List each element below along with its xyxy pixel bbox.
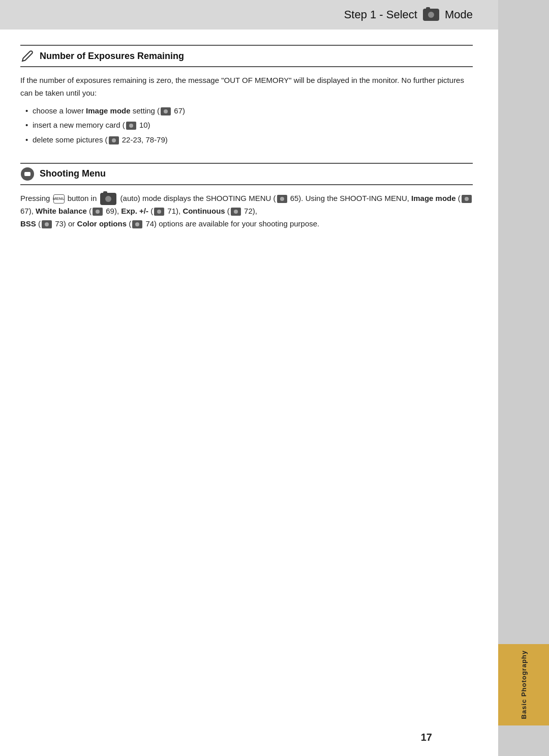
gear-icon: [21, 167, 34, 181]
ref-icon-10: [126, 122, 136, 130]
mode-label: Mode: [445, 8, 473, 21]
ref-icon-73: [42, 220, 52, 228]
ref-icon-72: [231, 208, 241, 216]
shooting-section-header: Shooting Menu: [20, 163, 473, 185]
list-item: delete some pictures ( 22-23, 78-79): [25, 133, 473, 148]
page-number: 17: [421, 732, 432, 743]
gear-camera-icon: [20, 167, 35, 181]
ref-icon-67b: [462, 195, 472, 203]
color-options-bold: Color options: [77, 219, 127, 228]
continuous-bold: Continuous: [182, 207, 225, 215]
exposures-title: Number of Exposures Remaining: [40, 51, 184, 62]
menu-button-icon: MENU: [53, 194, 65, 203]
header-bar: Step 1 - Select Mode: [0, 0, 498, 30]
exposures-section-header: Number of Exposures Remaining: [20, 45, 473, 67]
shooting-body: Pressing MENU button in (auto) mode disp…: [20, 192, 473, 230]
exposures-intro: If the number of exposures remaining is …: [20, 74, 473, 100]
ref-icon-71: [154, 208, 164, 216]
exposures-body: If the number of exposures remaining is …: [20, 74, 473, 148]
pencil-icon: [20, 49, 35, 63]
image-mode-label: Image mode: [86, 106, 131, 115]
step-label: Step 1 - Select: [344, 8, 417, 21]
shooting-para: Pressing MENU button in (auto) mode disp…: [20, 192, 473, 230]
bss-bold: BSS: [20, 219, 36, 228]
ref-icon-74: [132, 220, 142, 228]
ref-icon-22: [109, 136, 119, 144]
right-tab-label-area: Basic Photography: [498, 644, 549, 725]
exp-bold: Exp. +/-: [121, 207, 148, 215]
header-title: Step 1 - Select Mode: [344, 8, 473, 21]
ref-icon-65: [277, 195, 287, 203]
list-item: insert a new memory card ( 10): [25, 118, 473, 133]
main-content: Number of Exposures Remaining If the num…: [0, 30, 498, 260]
auto-mode-icon: [100, 193, 116, 205]
ref-icon-69: [93, 208, 103, 216]
ref-icon-67: [161, 107, 171, 115]
white-balance-bold: White balance: [36, 207, 87, 215]
tab-label: Basic Photography: [520, 650, 528, 719]
shooting-title: Shooting Menu: [40, 168, 106, 179]
list-item: choose a lower Image mode setting ( 67): [25, 104, 473, 119]
right-tab: Basic Photography: [498, 0, 549, 756]
page: Step 1 - Select Mode Number of Exposures…: [0, 0, 498, 756]
image-mode-bold: Image mode: [411, 194, 456, 202]
camera-mode-icon: [423, 9, 439, 21]
exposures-bullets: choose a lower Image mode setting ( 67) …: [20, 104, 473, 148]
